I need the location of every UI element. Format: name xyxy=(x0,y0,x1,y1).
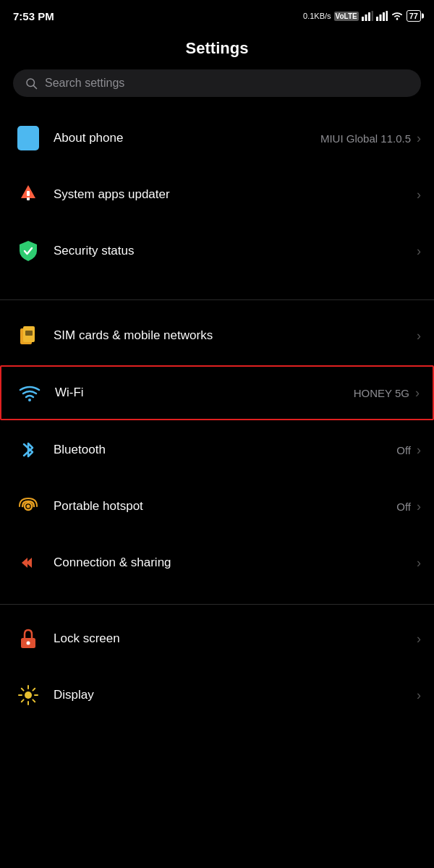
setting-item-display[interactable]: Display › xyxy=(0,667,434,723)
bluetooth-icon xyxy=(13,435,43,465)
svg-point-25 xyxy=(25,692,32,699)
chevron-icon: › xyxy=(417,187,421,203)
setting-item-sim-cards[interactable]: SIM cards & mobile networks › xyxy=(0,307,434,364)
svg-line-32 xyxy=(33,689,35,691)
chevron-icon: › xyxy=(417,499,421,514)
svg-rect-3 xyxy=(371,11,373,21)
svg-rect-5 xyxy=(379,14,381,21)
svg-point-24 xyxy=(27,642,30,645)
hotspot-label: Portable hotspot xyxy=(54,499,396,514)
search-placeholder: Search settings xyxy=(45,77,124,90)
about-phone-label: About phone xyxy=(54,131,320,145)
setting-item-portable-hotspot[interactable]: Portable hotspot Off › xyxy=(0,478,434,535)
wifi-icon xyxy=(14,378,45,408)
sim-cards-label: SIM cards & mobile networks xyxy=(54,328,414,343)
network-speed: 0.1KB/s xyxy=(303,12,331,20)
svg-rect-13 xyxy=(27,197,30,200)
battery-level: 77 xyxy=(409,12,418,20)
phone-icon xyxy=(13,123,43,153)
chevron-icon: › xyxy=(415,386,420,401)
chevron-icon: › xyxy=(417,688,421,703)
display-icon xyxy=(13,680,43,710)
section-gap-2 xyxy=(0,591,434,604)
bluetooth-label: Bluetooth xyxy=(54,443,396,457)
about-phone-value: MIUI Global 11.0.5 xyxy=(320,132,411,145)
setting-item-system-apps-updater[interactable]: System apps updater › xyxy=(0,166,434,223)
lock-screen-label: Lock screen xyxy=(54,631,414,646)
section-gap-1 xyxy=(0,300,434,307)
hotspot-icon xyxy=(13,491,43,522)
signal-icon-2 xyxy=(376,11,388,21)
display-label: Display xyxy=(54,688,414,702)
svg-rect-0 xyxy=(362,17,364,21)
section-connectivity: SIM cards & mobile networks › Wi-Fi HONE… xyxy=(0,307,434,591)
system-apps-label: System apps updater xyxy=(54,187,414,202)
section-gap-3 xyxy=(0,605,434,610)
update-icon xyxy=(13,179,43,210)
search-container: Search settings xyxy=(0,69,434,110)
wifi-label: Wi-Fi xyxy=(55,386,354,400)
svg-line-33 xyxy=(22,699,24,702)
status-bar: 7:53 PM 0.1KB/s VoLTE 77 xyxy=(0,0,434,29)
bluetooth-value: Off xyxy=(396,444,411,456)
hotspot-value: Off xyxy=(396,501,411,513)
wifi-value: HONEY 5G xyxy=(354,387,409,399)
setting-item-wifi[interactable]: Wi-Fi HONEY 5G › xyxy=(0,365,434,420)
battery-icon: 77 xyxy=(407,10,421,22)
status-time: 7:53 PM xyxy=(13,10,54,22)
svg-point-19 xyxy=(27,505,30,509)
lock-icon xyxy=(13,624,43,654)
sim-icon xyxy=(13,320,43,351)
svg-rect-16 xyxy=(25,331,33,336)
svg-rect-7 xyxy=(386,11,388,21)
wifi-status-icon xyxy=(391,11,404,21)
chevron-icon: › xyxy=(417,556,421,571)
svg-rect-1 xyxy=(365,14,367,21)
svg-point-17 xyxy=(28,399,31,401)
section-divider-1 xyxy=(0,279,434,299)
chevron-icon: › xyxy=(417,328,421,344)
shield-icon xyxy=(13,236,43,266)
chevron-icon: › xyxy=(417,244,421,259)
svg-point-8 xyxy=(396,18,398,20)
search-bar[interactable]: Search settings xyxy=(13,69,421,97)
signal-icon-1 xyxy=(362,11,373,21)
svg-line-30 xyxy=(22,689,24,691)
connection-icon xyxy=(13,548,43,578)
connection-label: Connection & sharing xyxy=(54,556,414,570)
chevron-icon: › xyxy=(417,443,421,458)
section-top: About phone MIUI Global 11.0.5 › System … xyxy=(0,110,434,279)
svg-rect-2 xyxy=(368,12,370,21)
setting-item-security-status[interactable]: Security status › xyxy=(0,223,434,279)
svg-rect-4 xyxy=(376,17,378,21)
chevron-icon: › xyxy=(417,131,421,146)
svg-line-10 xyxy=(33,85,36,88)
status-icons: 0.1KB/s VoLTE 77 xyxy=(303,10,421,22)
setting-item-lock-screen[interactable]: Lock screen › xyxy=(0,610,434,667)
svg-rect-6 xyxy=(383,12,385,21)
search-icon xyxy=(25,77,38,90)
svg-rect-12 xyxy=(27,191,30,196)
page-title: Settings xyxy=(0,29,434,69)
chevron-icon: › xyxy=(417,631,421,647)
setting-item-connection-sharing[interactable]: Connection & sharing › xyxy=(0,535,434,591)
section-display: Lock screen › Display › xyxy=(0,610,434,723)
volte-icon: VoLTE xyxy=(334,12,359,21)
setting-item-about-phone[interactable]: About phone MIUI Global 11.0.5 › xyxy=(0,110,434,166)
setting-item-bluetooth[interactable]: Bluetooth Off › xyxy=(0,422,434,478)
security-status-label: Security status xyxy=(54,244,414,258)
svg-line-31 xyxy=(33,699,35,702)
